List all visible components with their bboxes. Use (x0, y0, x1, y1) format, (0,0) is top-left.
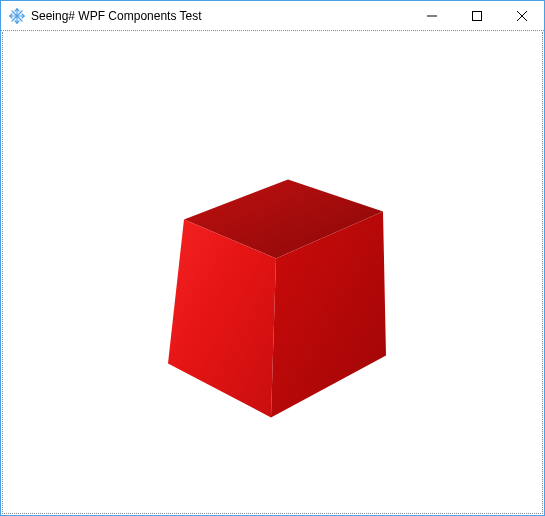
client-area (2, 32, 543, 514)
maximize-button[interactable] (454, 1, 499, 30)
titlebar[interactable]: Seeing# WPF Components Test (1, 1, 544, 31)
close-icon (517, 11, 527, 21)
svg-rect-13 (472, 11, 481, 20)
app-window: Seeing# WPF Components Test (0, 0, 545, 516)
window-controls (409, 1, 544, 30)
minimize-button[interactable] (409, 1, 454, 30)
maximize-icon (472, 11, 482, 21)
snowflake-app-icon (9, 8, 25, 24)
window-title: Seeing# WPF Components Test (31, 9, 202, 23)
titlebar-left: Seeing# WPF Components Test (1, 8, 202, 24)
minimize-icon (427, 11, 437, 21)
rendered-cube (138, 155, 408, 435)
render-viewport-3d[interactable] (3, 32, 542, 513)
close-button[interactable] (499, 1, 544, 30)
